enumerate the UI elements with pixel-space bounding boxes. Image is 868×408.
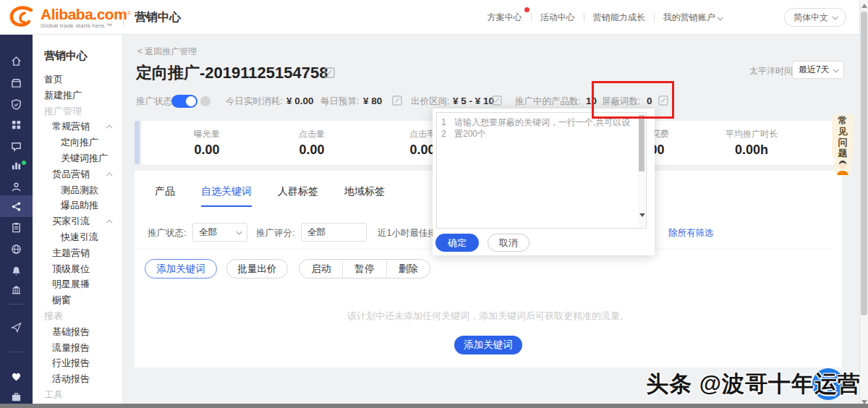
sidebar-group-regular-marketing[interactable]: 常规营销 bbox=[33, 119, 122, 135]
header-divider bbox=[123, 9, 124, 26]
chevron-up-icon bbox=[106, 125, 112, 131]
storefront-icon[interactable] bbox=[0, 72, 33, 93]
stat-avg-duration: 平均推广时长0.00h bbox=[726, 128, 778, 158]
status-label: 推广状态: bbox=[136, 95, 174, 108]
add-keyword-cta-button[interactable]: 添加关键词 bbox=[454, 336, 522, 354]
filter-status-select[interactable]: 全部 bbox=[192, 223, 247, 242]
scroll-up-arrow-icon[interactable] bbox=[861, 4, 867, 8]
stats-scrollbar[interactable] bbox=[135, 121, 140, 164]
nav-plan-center[interactable]: 方案中心 bbox=[479, 12, 531, 24]
pause-button[interactable]: 暂停 bbox=[342, 260, 386, 278]
delete-button[interactable]: 删除 bbox=[386, 260, 430, 278]
sidebar-group-buyer-traffic[interactable]: 买家引流 bbox=[33, 213, 122, 229]
breadcrumb-back[interactable]: < 返回推广管理 bbox=[137, 46, 197, 58]
date-range-select[interactable]: 最近7天 bbox=[792, 61, 844, 79]
nav-my-account[interactable]: 我的营销账户 bbox=[655, 12, 731, 24]
nav-activity-center[interactable]: 活动中心 bbox=[532, 12, 584, 24]
sidebar-item-star-show[interactable]: 明星展播 bbox=[33, 276, 122, 292]
faq-widget[interactable]: 常见问题 bbox=[832, 114, 854, 159]
chevron-up-icon bbox=[106, 172, 112, 178]
bottom-edge-bar bbox=[0, 404, 868, 408]
shield-icon[interactable] bbox=[0, 94, 33, 114]
status-toggle[interactable] bbox=[171, 95, 197, 108]
spend-label: 今日实时消耗: bbox=[226, 95, 282, 108]
edit-bid-icon[interactable] bbox=[492, 95, 502, 108]
edit-budget-icon[interactable] bbox=[392, 95, 402, 108]
chevron-up-icon bbox=[106, 220, 112, 226]
tab-selected-keywords[interactable]: 自选关键词 bbox=[201, 185, 252, 207]
faq-avatar[interactable] bbox=[833, 158, 852, 177]
notification-dot bbox=[524, 7, 529, 12]
bulk-bid-button[interactable]: 批量出价 bbox=[226, 259, 288, 279]
sidebar-item-targeted-promotion[interactable]: 定向推广 bbox=[33, 135, 122, 150]
marketing-center-page: Alibaba.com® Global trade starts here.™ … bbox=[0, 0, 868, 408]
logo-brand: Alibaba bbox=[41, 6, 93, 22]
timezone-label: 太平洋时间: bbox=[749, 65, 795, 77]
tab-bar: 产品 自选关键词 人群标签 地域标签 bbox=[155, 185, 385, 207]
tab-region-labels[interactable]: 地域标签 bbox=[344, 185, 385, 207]
blocked-words-textarea[interactable]: 12 请输入想要屏蔽的关键词，一行一个,共可以设置200个 bbox=[436, 112, 647, 229]
sidebar-item-basic-report[interactable]: 基础报告 bbox=[33, 324, 122, 340]
sidebar-item-keyword-promotion[interactable]: 关键词推广 bbox=[33, 150, 122, 166]
textarea-scrollbar[interactable] bbox=[638, 114, 645, 227]
clear-all-filters-link[interactable]: 除所有筛选 bbox=[668, 227, 714, 239]
sidebar-item-traffic-report[interactable]: 流量报告 bbox=[33, 340, 122, 356]
users-icon[interactable] bbox=[0, 177, 33, 197]
send-icon[interactable] bbox=[0, 317, 33, 337]
sidebar-item-new-campaign[interactable]: 新建推广 bbox=[33, 88, 122, 103]
page-title: 定向推广-20191125154758 bbox=[136, 62, 328, 84]
logo-tagline: Global trade starts here.™ bbox=[41, 23, 131, 29]
scrollbar-thumb[interactable] bbox=[861, 12, 867, 315]
line-number: 2 bbox=[441, 128, 446, 140]
add-keyword-button[interactable]: 添加关键词 bbox=[145, 259, 217, 279]
confirm-button[interactable]: 确定 bbox=[435, 234, 479, 252]
nav-marketing-growth[interactable]: 营销能力成长 bbox=[584, 12, 654, 24]
clipboard-icon[interactable] bbox=[0, 217, 33, 237]
tab-audience-labels[interactable]: 人群标签 bbox=[278, 185, 318, 207]
apps-grid-icon[interactable] bbox=[0, 114, 33, 135]
filter-score-input[interactable]: 全部 bbox=[301, 223, 367, 242]
bid-value: ¥ 5 - ¥ 10 bbox=[453, 95, 494, 106]
cancel-button[interactable]: 取消 bbox=[488, 234, 529, 252]
sidebar-group-product-marketing[interactable]: 货品营销 bbox=[33, 166, 122, 182]
sidebar-section-campaign-mgmt: 推广管理 bbox=[33, 103, 122, 119]
faq-label: 常见问题 bbox=[838, 115, 848, 158]
globe-icon[interactable] bbox=[0, 239, 33, 259]
comment-icon[interactable] bbox=[0, 136, 33, 156]
sidebar-item-hot-product-boost[interactable]: 爆品助推 bbox=[33, 197, 122, 213]
logo-reg: ® bbox=[127, 9, 131, 16]
status-green-dot bbox=[22, 161, 26, 165]
sidebar-item-home[interactable]: 首页 bbox=[33, 72, 122, 88]
bell-icon[interactable] bbox=[0, 260, 33, 281]
start-button[interactable]: 启动 bbox=[299, 260, 342, 278]
sidebar-item-theme-marketing[interactable]: 主题营销 bbox=[33, 245, 122, 261]
app-title: 营销中心 bbox=[135, 10, 181, 25]
stat-impressions: 曝光量0.00 bbox=[194, 128, 220, 158]
sidebar-item-quick-traffic[interactable]: 快速引流 bbox=[33, 229, 122, 245]
sidebar-title: 营销中心 bbox=[33, 35, 122, 72]
edit-title-icon[interactable] bbox=[324, 67, 335, 81]
icon-rail bbox=[0, 35, 33, 408]
budget-value: ¥ 80 bbox=[363, 95, 382, 106]
budget-label: 每日预算: bbox=[320, 95, 359, 108]
rail-divider bbox=[9, 304, 23, 305]
chart-icon[interactable] bbox=[0, 155, 33, 175]
sidebar-item-product-testing[interactable]: 测品测款 bbox=[33, 182, 122, 198]
home-icon[interactable] bbox=[0, 51, 33, 71]
sidebar-menu: 营销中心 首页 新建推广 推广管理 常规营销 定向推广 关键词推广 货品营销 测… bbox=[33, 35, 123, 408]
sidebar-item-top-showcase[interactable]: 顶级展位 bbox=[33, 261, 122, 277]
chevron-down-icon bbox=[833, 67, 838, 72]
sidebar-item-window[interactable]: 橱窗 bbox=[33, 292, 122, 308]
sidebar-section-reports: 报表 bbox=[33, 308, 122, 324]
language-selector[interactable]: 简体中文 bbox=[784, 8, 846, 27]
blocked-words-popup: 12 请输入想要屏蔽的关键词，一行一个,共可以设置200个 确定 取消 bbox=[433, 109, 655, 255]
empty-state-text: 该计划中还未添加任何关键词，添加关键词后可获取更精准的流量。 bbox=[135, 310, 842, 323]
bank-icon[interactable] bbox=[0, 279, 33, 299]
chevron-down-icon bbox=[717, 14, 723, 20]
rail-divider bbox=[9, 352, 23, 352]
tab-products[interactable]: 产品 bbox=[155, 185, 175, 207]
share-icon-active[interactable] bbox=[0, 195, 33, 217]
bid-label: 出价区间: bbox=[411, 95, 449, 108]
alibaba-logo[interactable]: Alibaba.com® Global trade starts here.™ bbox=[7, 4, 131, 31]
page-scrollbar[interactable] bbox=[859, 0, 868, 408]
